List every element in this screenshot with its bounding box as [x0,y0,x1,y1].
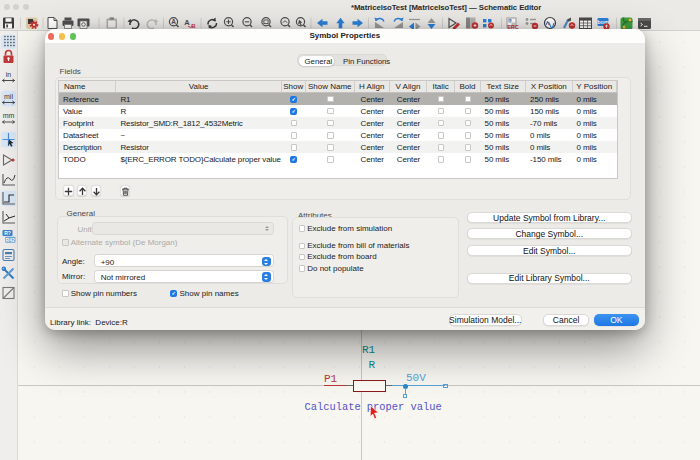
svg-text:B: B [191,23,196,29]
svg-text:A: A [184,18,190,27]
svg-text:R42: R42 [6,237,15,243]
svg-text:mil: mil [4,93,13,100]
svg-text:?: ? [508,18,511,24]
svg-text:mm: mm [3,112,15,119]
svg-text:A: A [171,18,176,25]
svg-text:R?: R? [4,230,11,236]
svg-text:in: in [6,71,12,78]
